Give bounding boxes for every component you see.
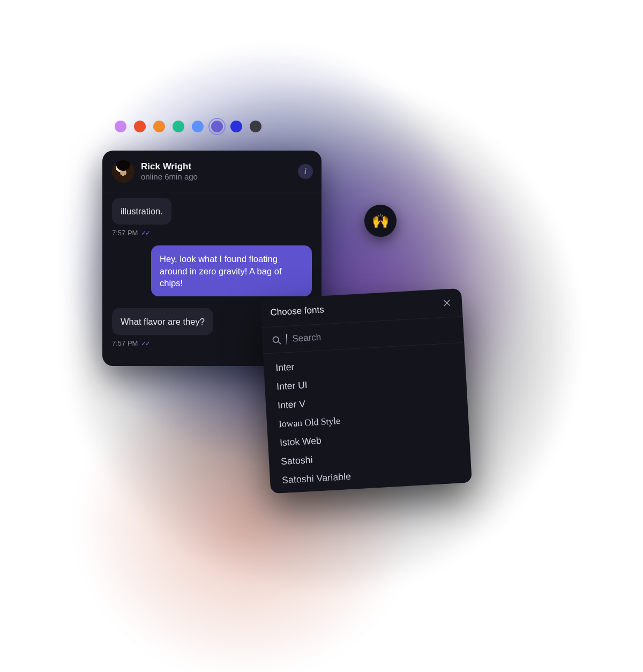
- read-ticks-icon: ✓✓: [141, 229, 149, 237]
- close-icon: [443, 298, 452, 308]
- text-cursor: [286, 334, 287, 345]
- svg-line-1: [278, 341, 280, 344]
- message-bubble-incoming[interactable]: What flavor are they?: [112, 308, 213, 335]
- color-swatch[interactable]: [134, 121, 146, 132]
- color-swatch[interactable]: [173, 121, 184, 132]
- contact-status: online 6min ago: [141, 172, 198, 181]
- chat-header: Rick Wright online 6min ago i: [102, 151, 322, 192]
- font-picker-title: Choose fonts: [270, 304, 324, 318]
- color-swatch[interactable]: [115, 121, 126, 132]
- info-icon: i: [304, 167, 306, 176]
- info-button[interactable]: i: [298, 164, 313, 179]
- reaction-chip[interactable]: 🙌: [364, 205, 397, 237]
- color-swatch-row: [115, 121, 261, 132]
- color-swatch[interactable]: [250, 121, 261, 132]
- font-search-input[interactable]: [292, 325, 454, 345]
- font-list: InterInter UIInter VIowan Old StyleIstok…: [263, 343, 472, 491]
- search-icon: [272, 335, 281, 345]
- color-swatch[interactable]: [192, 121, 204, 132]
- font-picker-panel: Choose fonts InterInter UIInter VIowan O…: [260, 288, 472, 494]
- chat-header-text: Rick Wright online 6min ago: [141, 161, 198, 181]
- color-swatch[interactable]: [230, 121, 242, 132]
- avatar[interactable]: [112, 160, 134, 183]
- time-label: 7:57 PM: [112, 229, 138, 237]
- read-ticks-icon: ✓✓: [141, 340, 149, 347]
- color-swatch[interactable]: [153, 121, 165, 132]
- color-swatch[interactable]: [211, 121, 223, 132]
- time-label: 7:57 PM: [112, 339, 138, 347]
- close-button[interactable]: [442, 297, 453, 309]
- contact-name: Rick Wright: [141, 161, 198, 172]
- message-bubble-outgoing[interactable]: Hey, look what I found floating around i…: [151, 245, 312, 296]
- message-timestamp: 7:57 PM ✓✓: [112, 229, 312, 237]
- message-bubble-incoming[interactable]: illustration.: [112, 198, 171, 225]
- raised-hands-icon: 🙌: [372, 213, 389, 229]
